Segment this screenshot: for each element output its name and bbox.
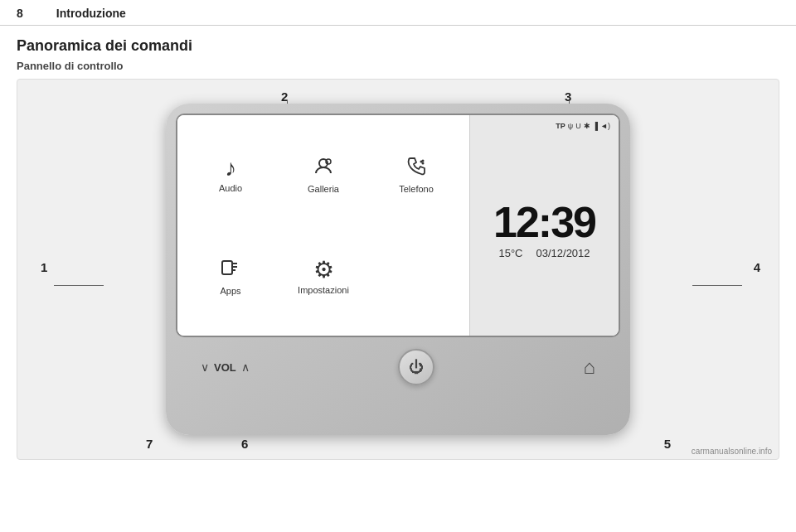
- line-4: [692, 285, 742, 286]
- clock-time: 12:39: [493, 201, 595, 244]
- apps-icon: [220, 257, 241, 283]
- settings-label: Impostazioni: [298, 285, 349, 295]
- home-button[interactable]: ⌂: [583, 355, 595, 379]
- callout-5: 5: [664, 437, 671, 451]
- status-battery: ▐: [593, 122, 598, 130]
- vol-down-button[interactable]: ∨: [201, 360, 209, 374]
- line-1: [54, 285, 104, 286]
- status-tp: TP: [556, 122, 565, 130]
- phone-icon: [405, 155, 427, 181]
- vol-up-button[interactable]: ∧: [241, 360, 250, 374]
- status-vol: ◄): [600, 122, 610, 130]
- audio-icon: ♪: [225, 157, 236, 180]
- callout-7: 7: [146, 437, 153, 451]
- section-main-title: Panoramica dei comandi: [0, 26, 796, 58]
- controls-row: ∨ VOL ∧ ⏻ ⌂: [176, 349, 620, 385]
- gallery-label: Galleria: [308, 184, 339, 194]
- vol-control[interactable]: ∨ VOL ∧: [201, 360, 250, 374]
- screen-menu: ♪ Audio Galleria: [177, 115, 469, 336]
- home-icon: ⌂: [583, 355, 595, 378]
- phone-label: Telefono: [399, 184, 434, 194]
- clock-display: 12:39 15°C 03/12/2012: [478, 130, 610, 329]
- status-psi: ψ: [568, 122, 573, 130]
- power-button[interactable]: ⏻: [398, 349, 434, 385]
- svg-point-4: [422, 160, 425, 162]
- apps-label: Apps: [220, 286, 240, 296]
- vol-label: VOL: [214, 361, 236, 374]
- status-bar: TP ψ U ✱ ▐ ◄): [478, 122, 610, 130]
- screen: ♪ Audio Galleria: [176, 114, 620, 337]
- menu-item-gallery[interactable]: Galleria: [279, 148, 368, 201]
- menu-item-audio[interactable]: ♪ Audio: [186, 150, 275, 200]
- callout-4: 4: [754, 260, 760, 274]
- menu-item-settings[interactable]: ⚙ Impostazioni: [279, 252, 368, 302]
- page-number: 8: [17, 7, 23, 20]
- status-u: U: [575, 122, 581, 130]
- menu-item-apps[interactable]: Apps: [186, 250, 275, 302]
- clock-temperature: 15°C: [498, 247, 522, 259]
- section-sub-title: Pannello di controllo: [0, 58, 796, 79]
- watermark: carmanualsonline.info: [692, 447, 772, 456]
- callout-6: 6: [241, 437, 248, 451]
- power-icon: ⏻: [409, 359, 424, 376]
- diagram-area: 1 2 3 4 5 6 7 ♪ Audio: [17, 79, 779, 460]
- clock-date: 03/12/2012: [536, 247, 590, 259]
- menu-item-phone[interactable]: Telefono: [371, 148, 461, 201]
- clock-date-row: 15°C 03/12/2012: [498, 247, 590, 259]
- status-bt: ✱: [584, 122, 590, 130]
- screen-clock: TP ψ U ✱ ▐ ◄) 12:39 15°C 03/12/2012: [469, 115, 619, 336]
- svg-rect-5: [222, 261, 232, 274]
- svg-point-3: [422, 162, 425, 165]
- gallery-icon: [313, 155, 334, 181]
- callout-1: 1: [41, 260, 47, 274]
- page-title: Introduzione: [56, 7, 126, 20]
- audio-label: Audio: [219, 183, 242, 193]
- device: ♪ Audio Galleria: [166, 104, 630, 435]
- page-header: 8 Introduzione: [0, 0, 796, 26]
- settings-icon: ⚙: [313, 259, 334, 282]
